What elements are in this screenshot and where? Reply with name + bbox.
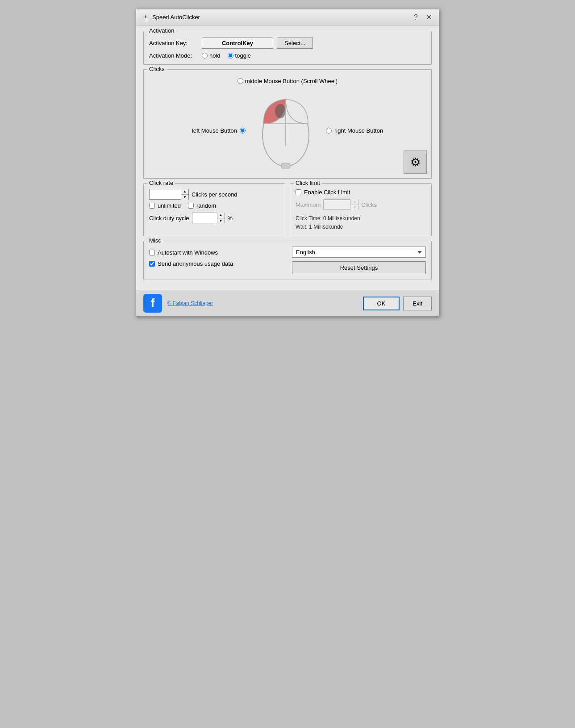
main-window: 🖱️ Speed AutoClicker ? ✕ Activation Acti…: [136, 9, 439, 317]
max-arrows: ▲ ▼: [350, 199, 358, 210]
mode-toggle-option[interactable]: toggle: [228, 52, 251, 59]
duty-arrows: ▲ ▼: [217, 213, 225, 223]
click-limit-panel: Click limit Enable Click Limit Maximum 1…: [290, 183, 432, 236]
duty-cycle-row: Click duty cycle 50.00 ▲ ▼ %: [149, 213, 279, 223]
activation-section: Activation Activation Key: ControlKey Se…: [143, 31, 432, 65]
click-rate-down[interactable]: ▼: [181, 195, 188, 200]
bottom-panels: Click rate 999.00 ▲ ▼ Clicks per second …: [143, 183, 432, 236]
max-label: Maximum: [296, 201, 321, 208]
activation-key-row: Activation Key: ControlKey Select...: [149, 38, 426, 49]
middle-button-label: middle Mouse Button (Scroll Wheel): [245, 78, 338, 84]
left-button-label: left Mouse Button: [192, 127, 237, 134]
right-button-radio[interactable]: [326, 128, 332, 134]
unlimited-checkbox[interactable]: [149, 203, 155, 209]
footer: f © Fabian Schlieper OK Exit: [136, 290, 439, 316]
left-button-option[interactable]: left Mouse Button: [192, 127, 246, 134]
click-rate-spinbox[interactable]: 999.00 ▲ ▼: [149, 189, 189, 200]
duty-unit: %: [228, 215, 233, 222]
anonymous-checkbox[interactable]: [149, 261, 155, 267]
click-rate-panel: Click rate 999.00 ▲ ▼ Clicks per second …: [143, 183, 285, 236]
select-key-button[interactable]: Select...: [277, 38, 313, 49]
ok-button[interactable]: OK: [363, 297, 400, 310]
click-rate-unit: Clicks per second: [192, 191, 238, 198]
click-rate-arrows: ▲ ▼: [181, 189, 188, 200]
misc-left: Autostart with Windows Send anonymous us…: [149, 247, 283, 274]
window-title: Speed AutoClicker: [152, 14, 410, 21]
mode-hold-label: hold: [209, 52, 221, 59]
autostart-label: Autostart with Windows: [158, 249, 218, 256]
click-time-info: Click Time: 0 Millisekunden Wait: 1 Mill…: [296, 214, 426, 231]
footer-credit[interactable]: © Fabian Schlieper: [167, 300, 358, 306]
random-checkbox[interactable]: [188, 203, 194, 209]
misc-right: English Deutsch Français Español Reset S…: [292, 247, 426, 274]
exit-button[interactable]: Exit: [403, 297, 432, 310]
unlimited-row: unlimited random: [149, 202, 279, 209]
click-limit-label: Click limit: [294, 180, 322, 186]
autostart-checkbox[interactable]: [149, 250, 155, 255]
right-button-label: right Mouse Button: [334, 127, 383, 134]
max-up: ▲: [351, 199, 358, 205]
fb-letter: f: [150, 296, 154, 310]
language-select[interactable]: English Deutsch Français Español: [292, 247, 426, 258]
footer-buttons: OK Exit: [363, 297, 432, 310]
duty-down[interactable]: ▼: [217, 218, 225, 224]
gear-icon: ⚙: [410, 155, 421, 169]
duty-up[interactable]: ▲: [217, 213, 225, 218]
click-rate-input[interactable]: 999.00: [150, 191, 181, 198]
gear-settings-button[interactable]: ⚙: [404, 151, 427, 174]
duty-label: Click duty cycle: [149, 215, 189, 222]
click-rate-spinbox-row: 999.00 ▲ ▼ Clicks per second: [149, 189, 279, 200]
facebook-icon[interactable]: f: [143, 294, 162, 313]
anonymous-label: Send anonymous usage data: [158, 260, 233, 267]
mouse-illustration: [254, 88, 317, 173]
random-label: random: [196, 202, 216, 209]
click-rate-up[interactable]: ▲: [181, 189, 188, 195]
titlebar: 🖱️ Speed AutoClicker ? ✕: [136, 9, 439, 25]
duty-input[interactable]: 50.00: [192, 215, 217, 222]
duty-spinbox[interactable]: 50.00 ▲ ▼: [192, 213, 225, 223]
enable-limit-row: Enable Click Limit: [296, 189, 426, 196]
mode-hold-radio[interactable]: [202, 53, 208, 59]
unlimited-label: unlimited: [158, 202, 181, 209]
clicks-area: middle Mouse Button (Scroll Wheel) left …: [149, 73, 426, 173]
click-rate-label: Click rate: [147, 180, 175, 186]
mode-toggle-radio[interactable]: [228, 53, 233, 59]
anonymous-row: Send anonymous usage data: [149, 260, 283, 267]
enable-limit-checkbox[interactable]: [296, 189, 301, 195]
max-input: 1000: [324, 201, 350, 208]
activation-key-label: Activation Key:: [149, 40, 198, 46]
click-time-line1: Click Time: 0 Millisekunden: [296, 214, 426, 223]
activation-mode-row: Activation Mode: hold toggle: [149, 52, 426, 59]
misc-section: Misc Autostart with Windows Send anonymo…: [143, 241, 432, 280]
misc-section-label: Misc: [147, 237, 163, 244]
click-time-line2: Wait: 1 Millisekunde: [296, 223, 426, 231]
activation-mode-group: hold toggle: [202, 52, 251, 59]
left-button-radio[interactable]: [240, 128, 246, 134]
middle-button-radio[interactable]: [238, 78, 243, 84]
app-icon: 🖱️: [141, 13, 149, 21]
mode-toggle-label: toggle: [235, 52, 251, 59]
close-button[interactable]: ✕: [423, 12, 434, 22]
mode-hold-option[interactable]: hold: [202, 52, 221, 59]
svg-rect-4: [281, 163, 290, 168]
clicks-section: Clicks middle Mouse Button (Scroll Wheel…: [143, 69, 432, 179]
activation-key-display: ControlKey: [202, 38, 273, 49]
reset-settings-button[interactable]: Reset Settings: [292, 261, 426, 274]
max-down: ▼: [351, 205, 358, 210]
activation-mode-label: Activation Mode:: [149, 52, 198, 59]
svg-point-1: [275, 104, 286, 118]
max-spinbox: 1000 ▲ ▼: [323, 199, 358, 210]
help-button[interactable]: ?: [414, 13, 418, 21]
clicks-section-label: Clicks: [147, 66, 167, 72]
autostart-row: Autostart with Windows: [149, 249, 283, 256]
middle-button-option[interactable]: middle Mouse Button (Scroll Wheel): [238, 78, 338, 84]
mouse-svg: [254, 88, 317, 173]
right-button-option[interactable]: right Mouse Button: [326, 127, 383, 134]
misc-inner: Autostart with Windows Send anonymous us…: [149, 247, 426, 274]
activation-section-label: Activation: [147, 27, 176, 34]
middle-button-row: middle Mouse Button (Scroll Wheel): [149, 78, 426, 84]
enable-limit-label: Enable Click Limit: [304, 189, 350, 196]
mouse-button-row: left Mouse Button: [149, 88, 426, 173]
max-unit: Clicks: [361, 201, 377, 208]
max-clicks-row: Maximum 1000 ▲ ▼ Clicks: [296, 199, 426, 210]
